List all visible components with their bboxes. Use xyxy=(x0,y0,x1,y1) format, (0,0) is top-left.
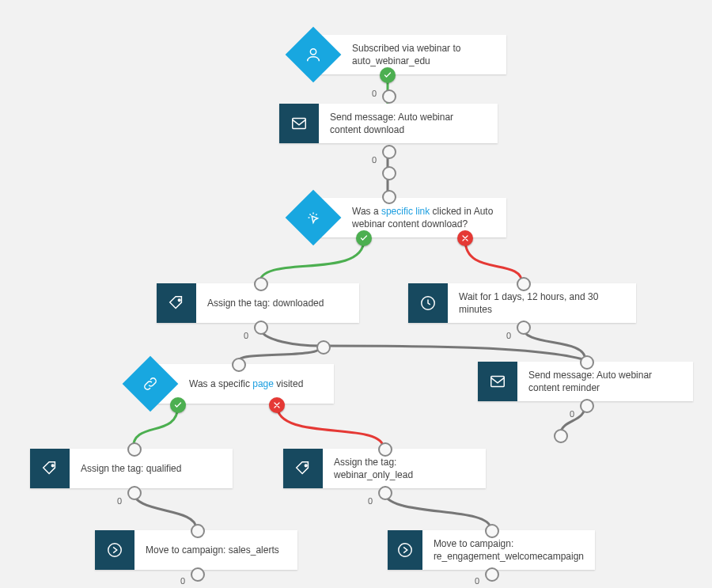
svg-rect-1 xyxy=(293,119,306,129)
node-text: Move to campaign: re_engagement_welcomec… xyxy=(422,530,595,570)
node-text: Was a specific page visited xyxy=(178,364,334,404)
connector-port[interactable] xyxy=(191,567,205,582)
connector-port[interactable] xyxy=(382,89,396,104)
wait-label: 0 xyxy=(180,576,185,586)
connector-port[interactable] xyxy=(127,442,142,457)
arrow-right-circle-icon xyxy=(95,530,134,570)
connector-port[interactable] xyxy=(485,567,499,582)
yes-badge xyxy=(170,397,186,413)
svg-point-2 xyxy=(178,299,180,302)
node-trigger-subscribed[interactable]: Subscribed via webinar to auto_webinar_e… xyxy=(313,35,506,74)
wait-label: 0 xyxy=(372,89,377,98)
node-text: Send message: Auto webinar content remin… xyxy=(517,362,693,401)
node-text: Assign the tag: webinar_only_lead xyxy=(323,449,486,488)
connector-port[interactable] xyxy=(554,429,568,443)
node-condition-link-clicked[interactable]: Was a specific link clicked in Auto webi… xyxy=(313,198,506,237)
node-text: Assign the tag: downloaded xyxy=(196,283,359,323)
yes-badge xyxy=(356,230,372,246)
connector-port[interactable] xyxy=(382,145,396,159)
svg-point-6 xyxy=(305,465,307,467)
mail-icon xyxy=(478,362,517,401)
connector-port[interactable] xyxy=(191,524,205,538)
node-send-message-1[interactable]: Send message: Auto webinar content downl… xyxy=(279,104,498,143)
yes-badge xyxy=(380,67,396,83)
connector-port[interactable] xyxy=(580,355,594,370)
connector-port[interactable] xyxy=(580,399,594,413)
connector-port[interactable] xyxy=(254,321,268,335)
tag-icon xyxy=(157,283,196,323)
svg-rect-4 xyxy=(491,377,505,387)
workflow-canvas[interactable]: Subscribed via webinar to auto_webinar_e… xyxy=(0,0,712,588)
user-icon xyxy=(286,27,342,83)
svg-point-0 xyxy=(310,49,316,55)
wait-label: 0 xyxy=(506,331,511,340)
connector-port[interactable] xyxy=(316,340,331,355)
node-text: Assign the tag: qualified xyxy=(70,449,233,488)
connector-port[interactable] xyxy=(517,277,531,291)
connector-port[interactable] xyxy=(232,358,246,372)
tag-icon xyxy=(30,449,70,488)
svg-point-5 xyxy=(51,465,54,467)
connector-port[interactable] xyxy=(485,524,499,538)
wait-label: 0 xyxy=(244,331,248,340)
wait-label: 0 xyxy=(117,496,122,506)
node-text: Send message: Auto webinar content downl… xyxy=(319,104,498,143)
wait-label: 0 xyxy=(368,496,373,506)
wait-label: 0 xyxy=(372,155,377,165)
connector-port[interactable] xyxy=(517,321,531,335)
arrow-right-circle-icon xyxy=(388,530,422,570)
node-text: Subscribed via webinar to auto_webinar_e… xyxy=(341,35,506,74)
clock-icon xyxy=(408,283,448,323)
node-text: Move to campaign: sales_alerts xyxy=(134,530,297,570)
connector-port[interactable] xyxy=(254,277,268,291)
mail-icon xyxy=(279,104,319,143)
wait-label: 0 xyxy=(570,409,574,419)
connector-port[interactable] xyxy=(378,486,392,500)
connector-port[interactable] xyxy=(382,166,396,180)
connector-port[interactable] xyxy=(378,442,392,457)
click-icon xyxy=(286,190,342,246)
tag-icon xyxy=(283,449,323,488)
svg-point-8 xyxy=(399,544,412,557)
node-text: Wait for 1 days, 12 hours, and 30 minute… xyxy=(448,283,636,323)
connector-port[interactable] xyxy=(382,190,396,204)
no-badge xyxy=(269,397,285,413)
connector-port[interactable] xyxy=(127,486,142,500)
svg-point-7 xyxy=(108,544,122,557)
no-badge xyxy=(457,230,473,246)
wait-label: 0 xyxy=(475,576,479,586)
